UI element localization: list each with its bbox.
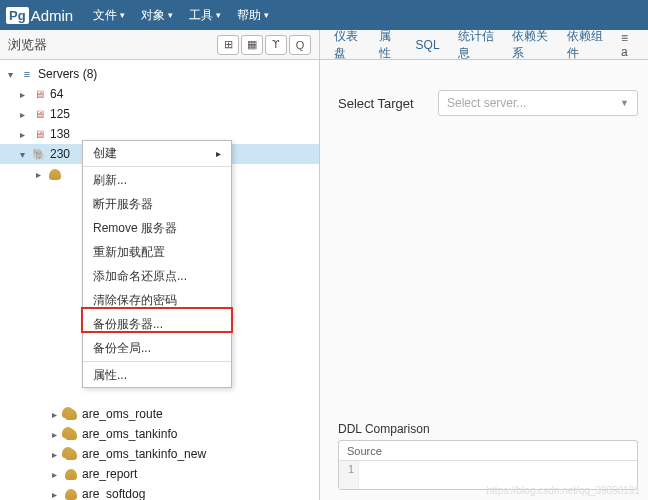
server-icon: 🖥: [31, 127, 47, 141]
browser-title: 浏览器: [8, 36, 215, 54]
caret-down-icon: ▾: [120, 10, 125, 20]
ddl-title: DDL Comparison: [338, 422, 638, 436]
ctx-label: 重新加载配置: [93, 244, 165, 261]
context-menu: 创建 ▸ 刷新... 断开服务器 Remove 服务器 重新加载配置 添加命名还…: [82, 140, 232, 388]
tree-root-servers[interactable]: ▾ ≡ Servers (8): [0, 64, 319, 84]
tree-server-64[interactable]: ▸ 🖥 64: [0, 84, 319, 104]
tree-server-125[interactable]: ▸ 🖥 125: [0, 104, 319, 124]
tree-label: are_report: [82, 467, 137, 481]
ctx-reload-config[interactable]: 重新加载配置: [83, 240, 231, 264]
ctx-properties[interactable]: 属性...: [83, 363, 231, 387]
separator: [83, 166, 231, 167]
chevron-right-icon: ▸: [16, 109, 28, 120]
toolbar-grid-icon[interactable]: ▦: [241, 35, 263, 55]
server-connected-icon: 🐘: [31, 147, 47, 161]
ddl-source-header: Source: [339, 441, 637, 461]
chevron-down-icon: ▾: [16, 149, 28, 160]
content-panel: Select Target Select server... ▼ DDL Com…: [320, 60, 648, 500]
chevron-right-icon: ▸: [48, 429, 60, 440]
chevron-right-icon: ▸: [48, 409, 60, 420]
chevron-right-icon: ▸: [48, 449, 60, 460]
ctx-label: 断开服务器: [93, 196, 153, 213]
ddl-source-box: Source 1: [338, 440, 638, 490]
tab-properties[interactable]: 属性: [373, 28, 403, 62]
caret-down-icon: ▾: [168, 10, 173, 20]
line-number: 1: [339, 461, 359, 489]
ctx-refresh[interactable]: 刷新...: [83, 168, 231, 192]
database-multi-icon: [63, 407, 79, 421]
logo-badge: Pg: [6, 7, 29, 24]
chevron-right-icon: ▸: [16, 129, 28, 140]
tab-dependencies[interactable]: 依赖关系: [506, 28, 554, 62]
ctx-backup-server[interactable]: 备份服务器...: [83, 312, 231, 336]
tree-db-are_oms_tankinfo[interactable]: ▸ are_oms_tankinfo: [0, 424, 319, 444]
tab-sql[interactable]: SQL: [410, 38, 446, 52]
logo-text: Admin: [31, 7, 74, 24]
tree-label: are_oms_tankinfo_new: [82, 447, 206, 461]
menu-object[interactable]: 对象▾: [133, 7, 181, 24]
sub-header: 浏览器 ⊞ ▦ ϒ Q 仪表盘 属性 SQL 统计信息 依赖关系 依赖组件 ≡ …: [0, 30, 648, 60]
content-tabs: 仪表盘 属性 SQL 统计信息 依赖关系 依赖组件 ≡ a: [320, 28, 648, 62]
tree-db-are_oms_tankinfo_new[interactable]: ▸ are_oms_tankinfo_new: [0, 444, 319, 464]
tab-more-icon[interactable]: ≡ a: [615, 31, 640, 59]
app-logo: Pg Admin: [6, 7, 73, 24]
ctx-label: Remove 服务器: [93, 220, 177, 237]
ctx-label: 添加命名还原点...: [93, 268, 187, 285]
select-target-row: Select Target Select server... ▼: [338, 90, 638, 116]
ctx-label: 创建: [93, 145, 117, 162]
ctx-label: 备份全局...: [93, 340, 151, 357]
tree-sidebar: ▾ ≡ Servers (8) ▸ 🖥 64 ▸ 🖥 125 ▸ 🖥 138 ▾: [0, 60, 320, 500]
ctx-add-named-restore[interactable]: 添加命名还原点...: [83, 264, 231, 288]
caret-down-icon: ▼: [620, 98, 629, 108]
server-icon: 🖥: [31, 87, 47, 101]
ctx-create[interactable]: 创建 ▸: [83, 141, 231, 165]
ctx-label: 清除保存的密码: [93, 292, 177, 309]
toolbar-filter-icon[interactable]: ϒ: [265, 35, 287, 55]
tree-db-are_softdog[interactable]: ▸ are_softdog: [0, 484, 319, 500]
ctx-label: 刷新...: [93, 172, 127, 189]
chevron-right-icon: ▸: [16, 89, 28, 100]
ctx-label: 属性...: [93, 367, 127, 384]
tab-statistics[interactable]: 统计信息: [452, 28, 500, 62]
ctx-label: 备份服务器...: [93, 316, 163, 333]
server-icon: 🖥: [31, 107, 47, 121]
servers-group-icon: ≡: [19, 67, 35, 81]
ctx-backup-globals[interactable]: 备份全局...: [83, 336, 231, 360]
caret-down-icon: ▾: [216, 10, 221, 20]
toolbar-search-icon[interactable]: Q: [289, 35, 311, 55]
chevron-right-icon: ▸: [32, 169, 44, 180]
tree-label: are_oms_tankinfo: [82, 427, 177, 441]
ctx-remove-server[interactable]: Remove 服务器: [83, 216, 231, 240]
tree-db-are_oms_route[interactable]: ▸ are_oms_route: [0, 404, 319, 424]
tree-label: 230: [50, 147, 70, 161]
tab-dependents[interactable]: 依赖组件: [561, 28, 609, 62]
database-multi-icon: [63, 447, 79, 461]
app-header: Pg Admin 文件▾ 对象▾ 工具▾ 帮助▾: [0, 0, 648, 30]
ddl-comparison-panel: DDL Comparison Source 1: [338, 422, 638, 490]
tree-label: 125: [50, 107, 70, 121]
select-placeholder: Select server...: [447, 96, 526, 110]
caret-down-icon: ▾: [264, 10, 269, 20]
tab-dashboard[interactable]: 仪表盘: [328, 28, 367, 62]
chevron-right-icon: ▸: [216, 148, 221, 159]
toolbar-refresh-icon[interactable]: ⊞: [217, 35, 239, 55]
tree-label: 64: [50, 87, 63, 101]
ctx-disconnect[interactable]: 断开服务器: [83, 192, 231, 216]
database-icon: [63, 467, 79, 481]
select-target-dropdown[interactable]: Select server... ▼: [438, 90, 638, 116]
main-area: ▾ ≡ Servers (8) ▸ 🖥 64 ▸ 🖥 125 ▸ 🖥 138 ▾: [0, 60, 648, 500]
tree-label: are_softdog: [82, 487, 145, 500]
menu-tools[interactable]: 工具▾: [181, 7, 229, 24]
browser-panel-header: 浏览器 ⊞ ▦ ϒ Q: [0, 30, 320, 59]
select-target-label: Select Target: [338, 96, 438, 111]
ctx-clear-saved-password[interactable]: 清除保存的密码: [83, 288, 231, 312]
chevron-right-icon: ▸: [48, 469, 60, 480]
tree-db-are_report[interactable]: ▸ are_report: [0, 464, 319, 484]
database-icon: [47, 167, 63, 181]
watermark: https://blog.csdn.net/qq_39898191: [487, 485, 640, 496]
database-multi-icon: [63, 427, 79, 441]
menu-file[interactable]: 文件▾: [85, 7, 133, 24]
tree-label: are_oms_route: [82, 407, 163, 421]
database-icon: [63, 487, 79, 500]
menu-help[interactable]: 帮助▾: [229, 7, 277, 24]
